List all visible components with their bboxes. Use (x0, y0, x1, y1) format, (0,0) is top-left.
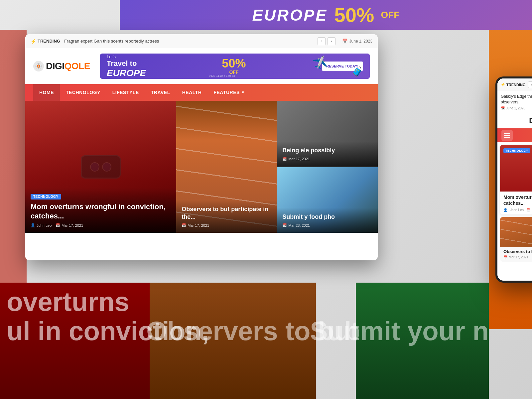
bg-banner-text: EUROPE (252, 6, 328, 24)
mobile-article-img-2 (500, 217, 532, 247)
mobile-nav-bar: 🔍 (497, 128, 532, 142)
nav-health[interactable]: HEALTH (176, 84, 208, 101)
mobile-trending-article: Galaxy's Edge the best thing about its v… (501, 94, 532, 105)
mobile-article-2-date: Mar 17, 2021 (509, 255, 528, 259)
ad-percent-section: 50% OFF (222, 58, 246, 75)
mobile-article-img-1: TECHNOLOGY (500, 145, 532, 192)
site-logo[interactable]: DIGIQOLE (33, 61, 90, 71)
mobile-user-icon-1: 👤 (503, 208, 507, 212)
calendar-icon-1: 📅 (56, 223, 60, 227)
mobile-article-2-meta: 📅 Mar 17, 2021 (503, 255, 532, 259)
mobile-article-1-content: Mom overturns wrongful in conviction, ca… (500, 192, 532, 214)
mobile-trending-content: Galaxy's Edge the best thing about its v… (497, 91, 532, 113)
calendar-icon-3: 📅 (282, 157, 287, 161)
lightning-icon: ⚡ (31, 39, 36, 44)
calendar-icon-4: 📅 (282, 223, 287, 227)
ad-travel: Travel to (107, 59, 146, 68)
article-3-date: 📅 Mar 17, 2021 (282, 157, 310, 161)
trending-next-btn[interactable]: › (328, 37, 335, 45)
mobile-cal-icon-2: 📅 (503, 255, 507, 259)
trending-prev-btn[interactable]: ‹ (318, 37, 326, 45)
article-2-meta: 📅 Mar 17, 2021 (182, 223, 272, 227)
ad-europe: EUROPE (107, 68, 146, 78)
features-chevron: ▼ (241, 90, 245, 95)
article-3-meta: 📅 Mar 17, 2021 (282, 157, 372, 161)
site-header: DIGIQOLE Let's Travel to EUROPE 50% OFF … (25, 48, 378, 84)
trending-label: ⚡ TRENDING (31, 39, 60, 44)
mobile-lightning-icon: ⚡ (501, 82, 505, 87)
bg-banner-percent: 50% (334, 4, 374, 27)
mobile-article-card-2[interactable]: Observers to but participate in the... 📅… (500, 217, 532, 262)
article-1-date: 📅 Mar 17, 2021 (56, 223, 83, 227)
article-2-overlay: Observers to but participate in the... 📅… (176, 200, 277, 233)
article-1-meta: 👤 John Leo 📅 Mar 17, 2021 (31, 223, 171, 227)
mobile-cal-icon-1: 📅 (526, 208, 530, 212)
article-4-title: Submit y food pho (282, 213, 372, 221)
article-4-date: 📅 Mar 23, 2021 (282, 223, 310, 227)
mobile-article-1-author: John Leo (510, 208, 524, 212)
luggage-icon: 🧳 (351, 66, 363, 77)
mobile-trending-label-text: TRENDING (506, 83, 525, 87)
mobile-preview: ⚡ TRENDING ‹ › Galaxy's Edge the best th… (495, 76, 532, 283)
ad-lets: Let's (107, 54, 146, 59)
article-right-col: Being ele possibly 📅 Mar 17, 2021 Submit… (277, 101, 378, 233)
mobile-trending-date: 📅 June 1, 2023 (501, 106, 532, 110)
bg-banner-off: OFF (381, 10, 399, 20)
calendar-icon: 📅 (342, 39, 347, 44)
nav-travel[interactable]: TRAVEL (145, 84, 176, 101)
mobile-article-1-tag: TECHNOLOGY (503, 148, 530, 153)
ad-dimensions: ADS 1110 x 180 px (209, 74, 235, 77)
site-nav: HOME TECHNOLOGY LIFESTYLE TRAVEL HEALTH … (25, 84, 378, 101)
mobile-trending-label: ⚡ TRENDING (501, 82, 525, 87)
user-icon-1: 👤 (31, 223, 35, 227)
bg-text-right: Submit your n (310, 317, 489, 346)
article-3-title: Being ele possibly (282, 147, 372, 154)
article-3-overlay: Being ele possibly 📅 Mar 17, 2021 (277, 141, 378, 167)
article-4-overlay: Submit y food pho 📅 Mar 23, 2021 (277, 208, 378, 233)
mobile-cal-icon: 📅 (501, 106, 505, 110)
nav-technology[interactable]: TECHNOLOGY (60, 84, 106, 101)
browser-window: ⚡ TRENDING Fragran expert Gan this scent… (25, 34, 378, 260)
bg-banner: EUROPE 50% OFF (120, 0, 532, 30)
mobile-article-card-1[interactable]: TECHNOLOGY Mom overturns wrongful in con… (500, 145, 532, 214)
trending-text-label: TRENDING (38, 39, 60, 44)
mobile-trend-prev[interactable]: ‹ (528, 81, 532, 88)
mobile-logo-digi: DIGI (529, 116, 532, 125)
mobile-article-1-title: Mom overturns wrongful in conviction, ca… (503, 194, 532, 206)
article-card-4[interactable]: Submit y food pho 📅 Mar 23, 2021 (277, 167, 378, 233)
logo-qole: QOLE (65, 61, 90, 71)
logo-icon (33, 61, 44, 71)
nav-home[interactable]: HOME (33, 84, 60, 101)
trending-navigation: ‹ › (318, 37, 335, 45)
hamburger-icon (504, 133, 510, 138)
article-2-title: Observers to but participate in the... (182, 205, 272, 220)
trending-date-text: June 1, 2023 (349, 39, 372, 44)
mobile-logo-bar: DIGIQOLE (497, 113, 532, 128)
articles-grid: TECHNOLOGY Mom overturns wrongful in con… (25, 101, 378, 233)
ad-left-text: Let's Travel to EUROPE (107, 54, 146, 78)
ad-banner: Let's Travel to EUROPE 50% OFF RESERVE T… (100, 54, 370, 79)
article-1-tag: TECHNOLOGY (31, 194, 61, 200)
article-card-2[interactable]: Observers to but participate in the... 📅… (176, 101, 277, 233)
article-1-author: 👤 John Leo (31, 223, 52, 227)
article-2-date: 📅 Mar 17, 2021 (182, 223, 209, 227)
mobile-trending-bar: ⚡ TRENDING ‹ › (497, 78, 532, 91)
article-card-1[interactable]: TECHNOLOGY Mom overturns wrongful in con… (25, 101, 176, 233)
calendar-icon-2: 📅 (182, 223, 186, 227)
mobile-hamburger-btn[interactable] (501, 130, 513, 141)
article-4-meta: 📅 Mar 23, 2021 (282, 223, 372, 227)
mobile-logo[interactable]: DIGIQOLE (529, 116, 532, 125)
article-1-overlay: TECHNOLOGY Mom overturns wrongful in con… (25, 188, 176, 233)
article-card-3[interactable]: Being ele possibly 📅 Mar 17, 2021 (277, 101, 378, 167)
ad-percent: 50% (222, 58, 246, 69)
mobile-track-lines (500, 217, 532, 247)
nav-lifestyle[interactable]: LIFESTYLE (106, 84, 145, 101)
mobile-trend-nav: ‹ › (528, 81, 532, 88)
mobile-article-2-content: Observers to but participate in the... 📅… (500, 247, 532, 262)
article-1-title: Mom overturns wrongful in conviction, ca… (31, 202, 171, 220)
trending-date: 📅 June 1, 2023 (342, 39, 372, 44)
nav-features[interactable]: FEATURES ▼ (207, 84, 251, 101)
trending-bar: ⚡ TRENDING Fragran expert Gan this scent… (25, 34, 378, 48)
logo-digi: DIGI (46, 61, 65, 71)
mobile-article-1-meta: 👤 John Leo 📅 Mar 17, 2021 (503, 208, 532, 212)
